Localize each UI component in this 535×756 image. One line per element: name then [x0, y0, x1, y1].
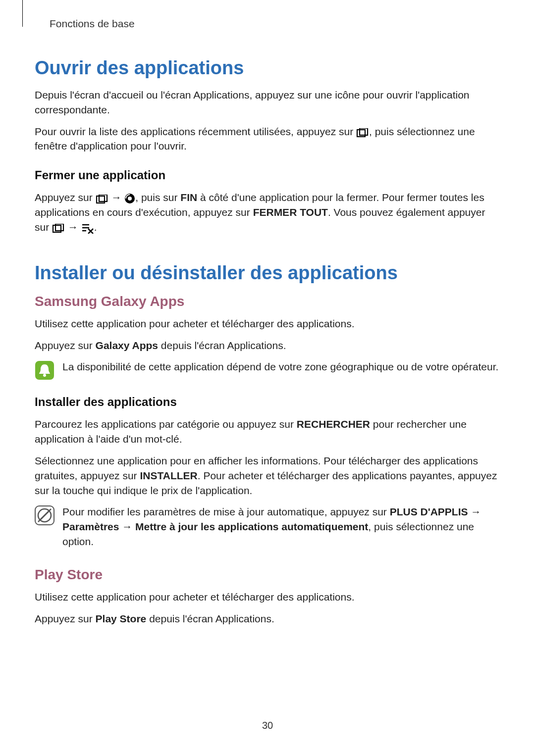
svg-point-14 — [43, 374, 46, 377]
paragraph-open-apps-2: Pour ouvrir la liste des applications ré… — [35, 124, 500, 154]
text-fragment: depuis l'écran Applications. — [146, 613, 274, 624]
page-content: Fonctions de base Ouvrir des application… — [0, 0, 535, 626]
text-fragment: Appuyez sur — [35, 340, 96, 351]
paragraph-close-app: Appuyez sur → , puis sur FIN à côté d'un… — [35, 190, 500, 234]
note-text: Pour modifier les paramètres de mise à j… — [62, 504, 500, 549]
paragraph-open-apps-1: Depuis l'écran d'accueil ou l'écran Appl… — [35, 88, 500, 117]
slash-note-icon — [35, 505, 54, 525]
heading-galaxy-apps: Samsung Galaxy Apps — [35, 294, 500, 309]
arrow-icon: → — [111, 192, 121, 203]
heading-close-app: Fermer une application — [35, 168, 500, 182]
note-text: La disponibilité de cette application dé… — [62, 359, 498, 374]
text-fragment: , puis sur — [135, 192, 180, 203]
text-fragment: Appuyez sur — [35, 613, 96, 624]
label-fermer-tout: FERMER TOUT — [253, 206, 328, 218]
paragraph-galaxy-2: Appuyez sur Galaxy Apps depuis l'écran A… — [35, 338, 500, 353]
bell-note-icon — [35, 360, 54, 380]
label-maj-auto: Mettre à jour les applications automatiq… — [135, 521, 368, 532]
close-all-icon — [81, 223, 94, 233]
recents-icon — [52, 223, 65, 233]
label-fin: FIN — [180, 192, 197, 203]
heading-install-uninstall: Installer ou désinstaller des applicatio… — [35, 262, 500, 284]
task-manager-icon — [124, 193, 135, 204]
label-installer: INSTALLER — [140, 470, 197, 481]
text-fragment: depuis l'écran Applications. — [158, 340, 286, 351]
text-fragment: Pour ouvrir la liste des applications ré… — [35, 126, 356, 137]
arrow-icon: → — [68, 221, 78, 233]
paragraph-playstore-1: Utilisez cette application pour acheter … — [35, 590, 500, 605]
text-fragment: Appuyez sur — [35, 192, 96, 203]
heading-install-apps: Installer des applications — [35, 395, 500, 409]
paragraph-playstore-2: Appuyez sur Play Store depuis l'écran Ap… — [35, 611, 500, 626]
label-plus-applis: PLUS D'APPLIS — [390, 506, 468, 517]
paragraph-install-2: Sélectionnez une application pour en aff… — [35, 454, 500, 498]
note-auto-update: Pour modifier les paramètres de mise à j… — [35, 504, 500, 549]
label-play-store: Play Store — [96, 613, 147, 624]
note-availability: La disponibilité de cette application dé… — [35, 359, 500, 380]
text-fragment: . — [94, 221, 97, 233]
label-rechercher: RECHERCHER — [297, 418, 370, 430]
arrow-text: → — [468, 506, 482, 517]
recents-icon — [356, 127, 369, 137]
page-number: 30 — [0, 720, 535, 731]
label-parametres: Paramètres — [62, 521, 119, 532]
svg-point-5 — [128, 197, 132, 201]
paragraph-install-1: Parcourez les applications par catégorie… — [35, 417, 500, 447]
text-fragment: Pour modifier les paramètres de mise à j… — [62, 506, 390, 517]
heading-play-store: Play Store — [35, 567, 500, 583]
label-galaxy-apps: Galaxy Apps — [96, 340, 158, 351]
paragraph-galaxy-1: Utilisez cette application pour acheter … — [35, 316, 500, 331]
text-fragment: Parcourez les applications par catégorie… — [35, 418, 297, 430]
running-header: Fonctions de base — [50, 18, 500, 30]
recents-icon — [96, 194, 108, 203]
arrow-text: → — [119, 521, 135, 532]
heading-open-apps: Ouvrir des applications — [35, 57, 500, 79]
